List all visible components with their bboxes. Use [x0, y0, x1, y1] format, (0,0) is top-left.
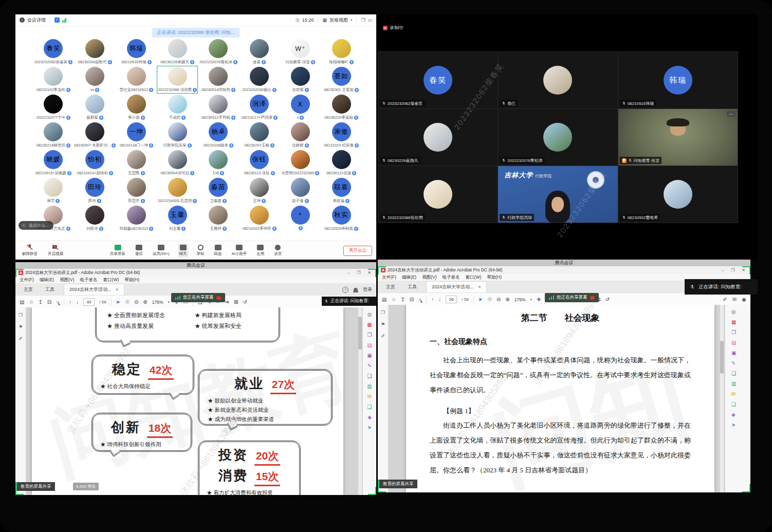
- menu-item[interactable]: 视图(V): [60, 277, 74, 283]
- participant-tile[interactable]: 赵子璇: [280, 177, 321, 205]
- annotate-icon[interactable]: ➔: [225, 300, 229, 305]
- participant-tile[interactable]: 春笑 2023232062柴春笑: [33, 38, 74, 66]
- toolbar-icon[interactable]: ▤: [20, 300, 24, 305]
- panel-icon[interactable]: ✐: [381, 334, 385, 339]
- participant-tile[interactable]: 08210201李仲琪: [239, 205, 280, 232]
- sharing-screen-pill[interactable]: 您正在共享屏幕: [545, 293, 599, 302]
- menu-item[interactable]: 电子签名: [80, 277, 98, 283]
- tab-home[interactable]: 主页: [380, 282, 401, 292]
- page-number-input[interactable]: 42: [83, 298, 95, 306]
- participant-tile[interactable]: 润泽 08210217+严润泽: [239, 94, 280, 121]
- participant-tile[interactable]: 刘旺佳: [74, 205, 116, 232]
- toolbar-icon[interactable]: ☆: [29, 300, 33, 305]
- scrollbar[interactable]: [720, 305, 724, 492]
- participant-tile[interactable]: 08230307 木那萨尔...: [74, 121, 116, 149]
- tools-rail-icon[interactable]: ▦: [731, 319, 736, 325]
- participant-tile[interactable]: 马贵明2022232065: [280, 149, 321, 177]
- close-tab-icon[interactable]: ✕: [478, 285, 482, 289]
- stop-share-icon[interactable]: [216, 296, 221, 300]
- zoom-level[interactable]: 175%: [514, 297, 526, 302]
- tools-rail-icon[interactable]: ▤: [731, 340, 736, 345]
- participant-tile[interactable]: 2022232076黄松涛: [198, 38, 239, 66]
- menu-item[interactable]: 帮助(H): [124, 277, 139, 283]
- page-up-icon[interactable]: ↑: [431, 297, 434, 302]
- close-tab-icon[interactable]: ✕: [116, 287, 119, 292]
- tab-tools[interactable]: 工具: [39, 284, 61, 295]
- page-number-input[interactable]: 26: [446, 296, 457, 303]
- participant-tile[interactable]: 08230220李振航: [321, 94, 362, 121]
- tools-rail-icon[interactable]: ▣: [367, 353, 372, 358]
- sharing-screen-pill[interactable]: 您正在共享屏幕: [171, 293, 225, 302]
- fullscreen-icon[interactable]: ❒: [361, 17, 365, 23]
- page-down-icon[interactable]: ↓: [438, 297, 441, 302]
- collapse-icon[interactable]: ‹: [21, 223, 26, 228]
- toolbar-cam-button[interactable]: 开启视频: [46, 243, 65, 258]
- video-tile[interactable]: ⋯ 2022232086张欣雨: [378, 166, 498, 223]
- toolbar-settings-button[interactable]: 设置: [272, 244, 283, 258]
- bell-icon[interactable]: [354, 288, 358, 292]
- maximize-button[interactable]: ❐: [731, 268, 734, 272]
- participant-tile[interactable]: 135: [198, 149, 239, 177]
- tools-rail-icon[interactable]: ➤: [731, 422, 736, 428]
- video-tile[interactable]: ⋯ 2022232076黄松涛: [498, 109, 617, 166]
- tools-rail-icon[interactable]: ◎: [731, 309, 736, 315]
- participant-tile[interactable]: 淼苗 卫淼苗: [198, 177, 239, 205]
- participant-tile[interactable]: 田玲 田玲: [74, 177, 116, 205]
- participant-tile[interactable]: 08230504张可喆: [157, 149, 198, 177]
- menu-item[interactable]: 文件(F): [382, 274, 396, 281]
- participant-tile[interactable]: 行政学院高琛: [157, 121, 198, 149]
- panel-icon[interactable]: ⚑: [381, 322, 385, 327]
- menu-item[interactable]: 帮助(H): [487, 274, 502, 281]
- toolbar-icon[interactable]: ↥: [38, 300, 42, 305]
- participant-tile[interactable]: *: [280, 205, 321, 232]
- toolbar-icon[interactable]: ○: [56, 300, 59, 305]
- leave-meeting-button[interactable]: 离开会议: [343, 246, 372, 256]
- tools-rail-icon[interactable]: ❏: [731, 371, 736, 376]
- chat-input-hint[interactable]: ‹ 说点什么...: [19, 221, 53, 230]
- participant-tile[interactable]: 2022234005-孔思慧: [157, 177, 198, 205]
- participant-tile[interactable]: 晓媛 08210515+后晓媛: [33, 149, 74, 177]
- participant-tile[interactable]: 玉馨 刘玉馨: [157, 205, 198, 232]
- toolbar-members-button[interactable]: 成员(99+): [151, 244, 171, 258]
- security-shield-icon[interactable]: [54, 17, 60, 23]
- menu-item[interactable]: 视图(V): [422, 274, 436, 281]
- tools-rail-icon[interactable]: ▥: [731, 381, 736, 387]
- toolbar-right-icon[interactable]: ✉: [732, 297, 737, 302]
- video-tile[interactable]: ⋯ 08230226崔颜凡: [378, 109, 498, 166]
- stop-share-icon[interactable]: [590, 296, 595, 300]
- page-up-icon[interactable]: ↑: [69, 300, 71, 305]
- tools-rail-icon[interactable]: ▥: [367, 383, 372, 389]
- tools-rail-icon[interactable]: ◈: [731, 412, 736, 417]
- tool-icon[interactable]: ☉: [125, 300, 130, 305]
- menu-item[interactable]: 窗口(W): [103, 277, 119, 283]
- participant-tile[interactable]: 08210102李沺欣: [33, 66, 74, 94]
- annotate-icon[interactable]: ⊠: [234, 300, 238, 305]
- tool-icon[interactable]: ⊕: [505, 297, 509, 302]
- participant-tile[interactable]: 张碧瑶: [280, 66, 321, 94]
- zoom-caret-icon[interactable]: ▾: [530, 298, 532, 302]
- meeting-info-icon[interactable]: [20, 17, 25, 23]
- tool-icon[interactable]: ⊕: [143, 300, 147, 305]
- participant-tile[interactable]: W⁺ 问知教育-张雷: [280, 38, 321, 66]
- participant-tile[interactable]: 2023232030杨沁: [239, 66, 280, 94]
- video-tile[interactable]: ⋯ 08230502曹唯希: [618, 166, 738, 223]
- toolbar-icon[interactable]: ○: [418, 297, 421, 302]
- toolbar-replay-button[interactable]: 回放: [213, 244, 224, 258]
- tools-rail-icon[interactable]: ▦: [367, 322, 372, 327]
- participant-tile[interactable]: 家傲 08210319 纪家傲: [321, 121, 362, 149]
- participant-tile[interactable]: 沈娇娇: [280, 121, 321, 149]
- video-tile[interactable]: ⋯ 问知教育-张雷: [618, 109, 738, 166]
- menu-item[interactable]: 编辑(E): [402, 274, 416, 281]
- tools-rail-icon[interactable]: ✉: [731, 391, 736, 397]
- tools-rail-icon[interactable]: ▤: [367, 342, 372, 348]
- tools-rail-icon[interactable]: ❏: [367, 373, 372, 379]
- participant-tile[interactable]: 08230209赵盼竹: [74, 38, 116, 66]
- annotate-icon[interactable]: ↺: [243, 300, 247, 305]
- page-down-icon[interactable]: ↓: [76, 300, 79, 305]
- video-tile[interactable]: 韩瑞 ⋯ 08210516韩瑞: [618, 52, 738, 108]
- participant-tile[interactable]: 2022232086 张欣雨: [157, 66, 198, 94]
- tools-rail-icon[interactable]: ✎: [731, 360, 736, 366]
- participant-tile[interactable]: 2022232077于中: [33, 94, 74, 121]
- participant-tile[interactable]: 韩紫鑫08230310: [116, 205, 157, 232]
- participant-tile[interactable]: 李小霞: [116, 94, 157, 121]
